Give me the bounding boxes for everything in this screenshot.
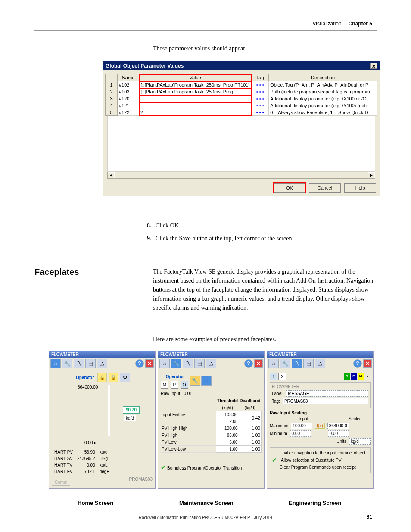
chart-icon[interactable]: ▤ (85, 359, 96, 368)
transfer-icon[interactable]: ↔ (201, 376, 212, 386)
hart-table: HART PV56.90kg/d HART SV243695.2USg HART… (52, 448, 112, 475)
operator-label: Operator (161, 373, 189, 381)
footer-pub: Rockwell Automation Publication PROCES-U… (0, 515, 411, 520)
mode-badges: OPM• (344, 373, 371, 380)
fp-title: FLOWMETER (267, 351, 373, 358)
help-icon[interactable]: ? (135, 359, 144, 368)
parameter-grid: Name Value Tag Description 1#102{::[Plan… (105, 74, 377, 116)
bargraph (108, 385, 110, 436)
intro-text: These parameter values should appear. (153, 45, 246, 52)
trend-icon[interactable]: 〽 (74, 359, 84, 368)
section-lead: Here are some examples of predesigned fa… (153, 336, 276, 343)
grid-empty (107, 116, 375, 172)
pv-unit: kg/d (124, 415, 136, 421)
trend-icon[interactable]: 〽 (292, 359, 302, 368)
threshold-table: ThresholdDeadband (kg/d)(kg/d) Input Fai… (161, 398, 262, 453)
faceplate-eng: FLOWMETER ⌂ 🔧 〽 ▤ △ ? ✕ 1 2 OPM• FLOWMET… (267, 351, 374, 489)
unlock-icon[interactable]: 🔓 (109, 373, 118, 382)
home-icon[interactable]: ⌂ (268, 359, 279, 368)
check-icon[interactable]: ✔ (161, 464, 166, 471)
col-blank (106, 74, 118, 81)
close-icon[interactable]: ✕ (363, 359, 372, 368)
close-icon[interactable]: ✕ (254, 359, 263, 368)
max-input[interactable]: 100.00 (291, 423, 312, 429)
page-number: 81 (367, 514, 372, 520)
close-icon[interactable]: ✕ (145, 359, 154, 368)
faceplate-maint: FLOWMETER ⌂ 🔧 〽 ▤ △ ? ✕ Operator M P O 🔧… (158, 351, 265, 489)
comm-button[interactable]: Comm (52, 479, 70, 486)
scaling-heading: Raw Input Scaling (270, 411, 371, 415)
col-name: Name (118, 74, 139, 81)
scale-min: 0.00 ▸ (84, 440, 96, 445)
tab-1[interactable]: 1 (270, 373, 277, 380)
wrench-icon[interactable]: 🔧 (171, 359, 181, 368)
trend-icon[interactable]: 〽 (183, 359, 193, 368)
scroll-right-icon[interactable]: ► (368, 172, 375, 178)
home-icon[interactable]: ⌂ (50, 359, 61, 368)
section-heading: Faceplates (34, 267, 79, 277)
step-9: Click the Save button at the top, left c… (153, 235, 293, 242)
h-scrollbar[interactable]: ◄► (107, 172, 375, 179)
opt-nav[interactable]: Enable navigation to the input channel o… (280, 451, 365, 455)
raw-label: Raw Input (161, 391, 180, 396)
caption-maint: Maintenance Screen (179, 500, 234, 506)
scroll-left-icon[interactable]: ◄ (108, 172, 115, 178)
col-desc: Description (269, 74, 377, 81)
opt-sub[interactable]: Allow selection of Substitute PV (281, 458, 342, 463)
dialog-titlebar: Global Object Parameter Values ✕ (103, 62, 380, 70)
caption-eng: Engineering Screen (289, 500, 341, 506)
help-icon[interactable]: ? (353, 359, 362, 368)
home-icon[interactable]: ⌂ (159, 359, 170, 368)
maint-icon[interactable]: 🔧 (190, 376, 200, 386)
check-icon[interactable]: ✔ (272, 457, 277, 464)
scale-max: 864000.00 (78, 385, 98, 389)
mode-o[interactable]: O (181, 381, 188, 389)
bumpless-label: Bumpless Program/Operator Transition (167, 466, 242, 470)
col-tag: Tag (252, 74, 269, 81)
tab-2[interactable]: 2 (278, 373, 286, 380)
min-scaled[interactable]: 0.00 (328, 430, 349, 437)
step-list: Click OK. Click the Save button at the t… (153, 222, 293, 248)
tag-label: PROMAS83 (129, 477, 153, 486)
cancel-button[interactable]: Cancel (309, 183, 341, 193)
group-label: FLOWMETER (272, 384, 368, 389)
opt-clear[interactable]: Clear Program Commands upon receipt (280, 465, 356, 470)
label-input[interactable]: MESSAGE (286, 390, 368, 397)
close-icon[interactable]: ✕ (370, 63, 377, 69)
lock-icon[interactable]: 🔒 (97, 373, 107, 382)
page-header: VisualizationChapter 5 (312, 21, 372, 27)
parameter-dialog: Global Object Parameter Values ✕ Name Va… (103, 61, 380, 196)
chart-icon[interactable]: ▤ (194, 359, 205, 368)
tag-input[interactable]: PROMAS83 (283, 398, 368, 404)
ok-button[interactable]: OK (274, 183, 305, 193)
bell-icon[interactable]: △ (206, 359, 216, 368)
raw-value: 0.01 (184, 391, 192, 396)
operator-label: Operator (74, 373, 96, 382)
mode-m[interactable]: M (161, 381, 168, 389)
units-input[interactable]: kg/d (349, 438, 371, 445)
dialog-title: Global Object Parameter Values (106, 63, 184, 69)
fx-icon: f(x) (315, 423, 324, 429)
gear-icon[interactable]: ⚙ (120, 373, 130, 382)
faceplate-row: FLOWMETER ⌂ 🔧 〽 ▤ △ ? ✕ Operator 🔒 🔓 ⚙ 8… (49, 351, 374, 489)
mode-p[interactable]: P (171, 381, 178, 389)
chart-icon[interactable]: ▤ (303, 359, 314, 368)
bell-icon[interactable]: △ (315, 359, 325, 368)
step-8: Click OK. (153, 222, 293, 229)
help-button[interactable]: Help (344, 183, 376, 193)
caption-home: Home Screen (78, 500, 113, 506)
wrench-icon[interactable]: 🔧 (62, 359, 72, 368)
fp-title: FLOWMETER (49, 351, 155, 358)
section-body: The FactoryTalk View SE generic display … (153, 267, 377, 312)
col-value: Value (139, 74, 252, 81)
fp-title: FLOWMETER (158, 351, 264, 358)
wrench-icon[interactable]: 🔧 (280, 359, 290, 368)
max-scaled[interactable]: 864000.0 (327, 423, 349, 429)
faceplate-home: FLOWMETER ⌂ 🔧 〽 ▤ △ ? ✕ Operator 🔒 🔓 ⚙ 8… (49, 351, 156, 489)
bell-icon[interactable]: △ (97, 359, 107, 368)
help-icon[interactable]: ? (244, 359, 253, 368)
pv-value: 90.70 (123, 406, 140, 414)
min-input[interactable]: 0.00 (290, 430, 311, 437)
header-rule (34, 30, 377, 31)
